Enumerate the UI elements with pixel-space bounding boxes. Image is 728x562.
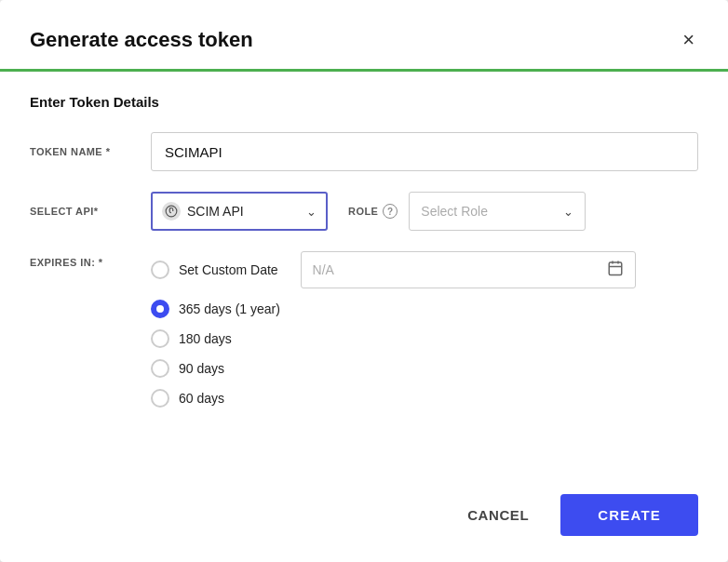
radio-365-days[interactable]: 365 days (1 year) bbox=[151, 300, 636, 318]
radio-label-180: 180 days bbox=[179, 331, 232, 346]
expires-label: EXPIRES IN: * bbox=[30, 251, 151, 268]
radio-circle-60 bbox=[151, 389, 169, 408]
svg-rect-0 bbox=[609, 262, 622, 275]
api-select-value: SCIM API bbox=[187, 204, 244, 219]
radio-circle-90 bbox=[151, 359, 169, 378]
cancel-button[interactable]: CANCEL bbox=[451, 498, 546, 532]
api-select-dropdown[interactable]: SCIM API ⌄ bbox=[151, 192, 328, 231]
radio-180-days[interactable]: 180 days bbox=[151, 329, 636, 348]
radio-circle-custom bbox=[151, 261, 169, 279]
radio-circle-180 bbox=[151, 329, 169, 348]
expires-row: EXPIRES IN: * Set Custom Date N/A bbox=[30, 251, 698, 408]
expires-options: Set Custom Date N/A bbox=[151, 251, 636, 408]
api-chevron-down-icon: ⌄ bbox=[306, 205, 317, 219]
date-placeholder: N/A bbox=[313, 262, 334, 277]
radio-60-days[interactable]: 60 days bbox=[151, 389, 636, 408]
date-input-box[interactable]: N/A bbox=[301, 251, 636, 288]
generate-token-modal: Generate access token × Enter Token Deta… bbox=[0, 0, 728, 562]
api-role-row: SELECT API* SCIM API ⌄ bbox=[30, 192, 698, 231]
calendar-icon bbox=[607, 260, 624, 281]
role-help-icon[interactable]: ? bbox=[383, 204, 398, 219]
radio-label-365: 365 days (1 year) bbox=[179, 301, 280, 316]
role-select-dropdown[interactable]: Select Role ⌄ bbox=[409, 192, 586, 231]
scim-fingerprint-icon bbox=[162, 202, 181, 221]
token-name-row: TOKEN NAME * bbox=[30, 132, 698, 171]
role-select-placeholder: Select Role bbox=[421, 204, 488, 219]
radio-circle-365 bbox=[151, 300, 169, 318]
select-api-label: SELECT API* bbox=[30, 206, 151, 217]
radio-label-90: 90 days bbox=[179, 361, 224, 376]
radio-label-60: 60 days bbox=[179, 391, 224, 406]
section-title: Enter Token Details bbox=[30, 94, 698, 110]
modal-overlay: Generate access token × Enter Token Deta… bbox=[0, 0, 728, 562]
modal-header: Generate access token × bbox=[0, 0, 728, 54]
role-chevron-down-icon: ⌄ bbox=[563, 205, 573, 219]
radio-90-days[interactable]: 90 days bbox=[151, 359, 636, 378]
modal-footer: CANCEL CREATE bbox=[0, 479, 728, 562]
role-label-container: ROLE ? bbox=[348, 204, 398, 219]
create-button[interactable]: CREATE bbox=[560, 494, 698, 536]
token-name-label: TOKEN NAME * bbox=[30, 146, 151, 157]
modal-body: Enter Token Details TOKEN NAME * SELECT … bbox=[0, 72, 728, 479]
modal-title: Generate access token bbox=[30, 28, 253, 52]
role-label-text: ROLE bbox=[348, 206, 378, 217]
token-name-input[interactable] bbox=[151, 132, 698, 171]
radio-label-custom: Set Custom Date bbox=[179, 262, 278, 277]
radio-custom-date[interactable]: Set Custom Date bbox=[151, 261, 278, 279]
custom-date-row: Set Custom Date N/A bbox=[151, 251, 636, 288]
close-button[interactable]: × bbox=[679, 26, 698, 54]
